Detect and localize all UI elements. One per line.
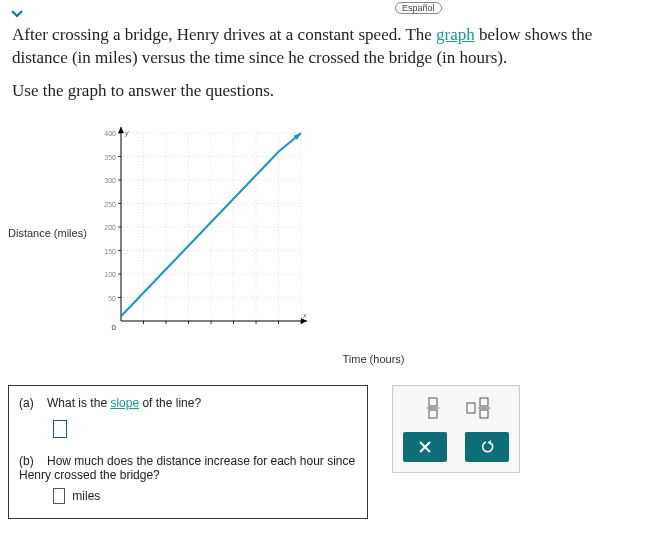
slope-link[interactable]: slope [110,396,139,410]
svg-marker-57 [488,440,492,445]
problem-statement: After crossing a bridge, Henry drives at… [12,24,640,70]
clear-button[interactable] [403,432,447,462]
question-b-text: How much does the distance increase for … [19,454,355,482]
svg-text:250: 250 [104,200,116,207]
svg-rect-48 [429,398,437,406]
svg-text:100: 100 [104,271,116,278]
answer-b-input[interactable] [53,488,65,504]
fraction-stacked-icon[interactable] [419,396,447,420]
questions-panel: (a) What is the slope of the line? (b) H… [8,385,368,519]
espanol-button[interactable]: Español [395,2,442,14]
svg-text:0: 0 [111,323,116,332]
svg-text:400: 400 [104,130,116,137]
svg-rect-50 [429,410,437,418]
svg-rect-54 [480,410,488,418]
answer-a-input[interactable] [53,420,67,438]
collapse-chevron-icon[interactable] [8,4,26,22]
graph-link[interactable]: graph [436,25,475,44]
problem-text-1: After crossing a bridge, Henry drives at… [12,25,436,44]
question-a-label: (a) [19,396,34,410]
svg-text:200: 200 [104,224,116,231]
question-a-text-post: of the line? [139,396,201,410]
svg-text:350: 350 [104,153,116,160]
svg-text:x: x [302,312,307,319]
x-axis-label: Time (hours) [103,353,644,365]
answer-b-unit: miles [72,489,100,503]
svg-text:y: y [124,129,129,137]
y-axis-label: Distance (miles) [8,227,87,239]
svg-text:150: 150 [104,247,116,254]
question-a-text-pre: What is the [47,396,110,410]
chart: 501001502002503003504000yx [93,123,313,343]
mixed-fraction-icon[interactable] [465,396,493,420]
svg-text:300: 300 [104,177,116,184]
problem-instruction: Use the graph to answer the questions. [12,80,640,103]
reset-button[interactable] [465,432,509,462]
question-b-label: (b) [19,454,34,468]
tools-panel [392,385,520,473]
svg-marker-17 [118,127,124,133]
svg-rect-52 [480,398,488,406]
svg-text:50: 50 [108,294,116,301]
svg-rect-51 [467,403,475,413]
